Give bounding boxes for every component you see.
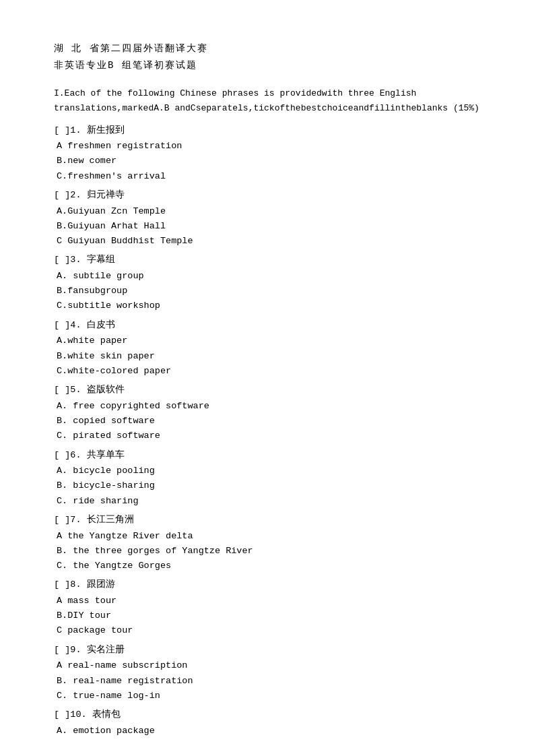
intro-content: I.Each of the following Chinese phrases …	[54, 88, 479, 113]
question-title-8: [ ]8. 跟团游	[54, 577, 480, 592]
question-block-3: [ ]3. 字幕组A. subtile groupB.fansubgroupC.…	[54, 253, 480, 313]
question-8-option-3: C package tour	[57, 623, 480, 638]
question-10-option-1: A. emotion package	[57, 724, 480, 738]
question-6-option-2: B. bicycle-sharing	[57, 478, 480, 493]
question-block-8: [ ]8. 跟团游A mass tourB.DIY tourC package …	[54, 577, 480, 638]
question-5-option-2: B. copied software	[57, 414, 480, 429]
question-1-option-1: A freshmen registration	[57, 139, 480, 154]
title-block: 湖 北 省第二四届外语翻译大赛 非英语专业B 组笔译初赛试题	[54, 40, 480, 74]
question-6-option-3: C. ride sharing	[57, 494, 480, 509]
question-block-4: [ ]4. 白皮书A.white paperB.white skin paper…	[54, 318, 480, 379]
questions-container: [ ]1. 新生报到A freshmen registrationB.new c…	[54, 123, 480, 738]
question-4-option-3: C.white-colored paper	[57, 364, 480, 379]
question-2-option-3: C Guiyuan Buddhist Temple	[57, 234, 480, 249]
question-block-5: [ ]5. 盗版软件A. free copyrighted softwareB.…	[54, 383, 480, 443]
question-title-4: [ ]4. 白皮书	[54, 318, 480, 333]
question-title-3: [ ]3. 字幕组	[54, 253, 480, 267]
title-line2: 非英语专业B 组笔译初赛试题	[54, 57, 480, 74]
question-3-option-1: A. subtile group	[57, 269, 480, 284]
question-block-10: [ ]10. 表情包A. emotion package	[54, 707, 480, 738]
question-8-option-2: B.DIY tour	[57, 608, 480, 623]
question-7-option-2: B. the three gorges of Yangtze River	[57, 544, 480, 559]
question-1-option-3: C.freshmen's arrival	[57, 169, 480, 184]
title-line1: 湖 北 省第二四届外语翻译大赛	[54, 40, 480, 57]
question-title-1: [ ]1. 新生报到	[54, 123, 480, 138]
question-block-7: [ ]7. 长江三角洲A the Yangtze River deltaB. t…	[54, 513, 480, 573]
intro-text: I.Each of the following Chinese phrases …	[54, 86, 480, 116]
question-title-9: [ ]9. 实名注册	[54, 643, 480, 658]
question-9-option-1: A real-name subscription	[57, 658, 480, 673]
question-5-option-3: C. pirated software	[57, 429, 480, 443]
question-3-option-2: B.fansubgroup	[57, 284, 480, 298]
question-block-1: [ ]1. 新生报到A freshmen registrationB.new c…	[54, 123, 480, 184]
question-7-option-1: A the Yangtze River delta	[57, 529, 480, 544]
question-9-option-2: B. real-name registration	[57, 674, 480, 689]
question-8-option-1: A mass tour	[57, 594, 480, 608]
question-4-option-2: B.white skin paper	[57, 349, 480, 364]
question-9-option-3: C. true-name log-in	[57, 689, 480, 703]
question-block-6: [ ]6. 共享单车A. bicycle poolingB. bicycle-s…	[54, 448, 480, 509]
question-5-option-1: A. free copyrighted software	[57, 399, 480, 414]
question-7-option-3: C. the Yangtze Gorges	[57, 559, 480, 573]
question-title-7: [ ]7. 长江三角洲	[54, 513, 480, 528]
question-2-option-1: A.Guiyuan Zcn Temple	[57, 204, 480, 219]
question-6-option-1: A. bicycle pooling	[57, 464, 480, 478]
question-3-option-3: C.subtitle workshop	[57, 298, 480, 313]
question-2-option-2: B.Guiyuan Arhat Hall	[57, 219, 480, 234]
question-1-option-2: B.new comer	[57, 154, 480, 168]
question-block-9: [ ]9. 实名注册A real-name subscriptionB. rea…	[54, 643, 480, 703]
question-title-6: [ ]6. 共享单车	[54, 448, 480, 463]
question-block-2: [ ]2. 归元禅寺A.Guiyuan Zcn TempleB.Guiyuan …	[54, 188, 480, 249]
question-title-5: [ ]5. 盗版软件	[54, 383, 480, 398]
question-title-10: [ ]10. 表情包	[54, 707, 480, 722]
question-4-option-1: A.white paper	[57, 334, 480, 348]
question-title-2: [ ]2. 归元禅寺	[54, 188, 480, 203]
